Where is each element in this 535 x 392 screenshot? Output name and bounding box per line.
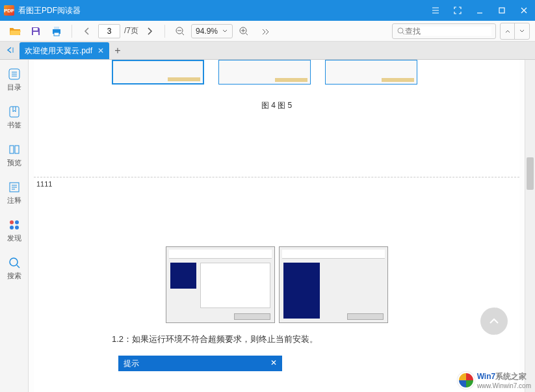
svg-point-15 bbox=[15, 220, 19, 224]
search-box[interactable] bbox=[392, 23, 496, 39]
search-icon bbox=[397, 27, 405, 36]
note-icon bbox=[8, 181, 21, 194]
zoom-in-button[interactable] bbox=[234, 22, 254, 40]
tab-bar: 欢迎使用天翼云.pdf ✕ + bbox=[0, 42, 535, 60]
page-input[interactable] bbox=[98, 24, 120, 38]
zoom-out-button[interactable] bbox=[170, 22, 190, 40]
more-tools-button[interactable] bbox=[255, 22, 274, 40]
windows-logo-icon bbox=[458, 372, 475, 389]
sidebar-item-toc[interactable]: 目录 bbox=[0, 65, 28, 95]
save-button[interactable] bbox=[26, 22, 46, 40]
document-viewport[interactable]: 图 4 图 5 1111 1.2：如果运行环境不符合超频要求，则终止当前安装。 … bbox=[29, 60, 525, 392]
svg-point-18 bbox=[10, 258, 18, 266]
search-input[interactable] bbox=[405, 27, 491, 36]
tab-close-icon[interactable]: ✕ bbox=[98, 46, 104, 55]
bookmark-icon bbox=[8, 105, 21, 118]
vertical-scrollbar[interactable] bbox=[525, 60, 535, 392]
doc-figure bbox=[112, 60, 204, 85]
open-file-button[interactable] bbox=[5, 22, 25, 40]
doc-figure bbox=[279, 246, 388, 323]
magnify-icon bbox=[8, 256, 21, 269]
figure-caption: 图 4 图 5 bbox=[34, 100, 519, 111]
svg-rect-10 bbox=[10, 107, 19, 117]
sidebar-item-label: 发现 bbox=[7, 233, 21, 243]
title-bar: PDF 看图王PDF阅读器 bbox=[0, 0, 535, 21]
svg-rect-2 bbox=[33, 32, 38, 35]
minimize-button[interactable] bbox=[469, 0, 491, 21]
doc-text: 1.2：如果运行环境不符合超频要求，则终止当前安装。 bbox=[112, 333, 519, 345]
svg-rect-4 bbox=[54, 27, 59, 29]
prev-page-button[interactable] bbox=[77, 22, 97, 40]
sidebar-item-label: 书签 bbox=[7, 120, 21, 130]
sidebar-item-label: 注释 bbox=[7, 196, 21, 205]
document-tab[interactable]: 欢迎使用天翼云.pdf ✕ bbox=[20, 42, 109, 59]
sidebar: 目录 书签 预览 注释 发现 搜索 bbox=[0, 60, 29, 392]
svg-point-17 bbox=[15, 226, 19, 229]
sidebar-item-discover[interactable]: 发现 bbox=[0, 216, 28, 246]
sidebar-item-bookmarks[interactable]: 书签 bbox=[0, 103, 28, 133]
doc-figure bbox=[166, 246, 275, 323]
search-prev-button[interactable] bbox=[501, 23, 515, 39]
zoom-dropdown[interactable]: 94.9% bbox=[191, 24, 233, 38]
fullscreen-button[interactable] bbox=[447, 0, 469, 21]
page-marker: 1111 bbox=[36, 180, 52, 188]
dialog-title: 提示 bbox=[124, 358, 139, 369]
app-logo-icon: PDF bbox=[4, 5, 14, 16]
sidebar-item-preview[interactable]: 预览 bbox=[0, 140, 28, 170]
search-next-button[interactable] bbox=[515, 23, 529, 39]
next-page-button[interactable] bbox=[140, 22, 159, 40]
sidebar-item-label: 预览 bbox=[7, 158, 21, 168]
watermark: Win7系统之家 www.Winwin7.com bbox=[458, 371, 531, 389]
zoom-value: 94.9% bbox=[196, 27, 218, 36]
toolbar: /7页 94.9% bbox=[0, 21, 535, 42]
list-icon bbox=[8, 68, 21, 81]
scroll-to-top-button[interactable] bbox=[480, 307, 508, 335]
page-total: /7页 bbox=[124, 25, 138, 36]
pages-icon bbox=[8, 143, 21, 156]
doc-figure bbox=[325, 60, 417, 85]
sidebar-item-annotations[interactable]: 注释 bbox=[0, 178, 28, 208]
svg-rect-11 bbox=[10, 146, 14, 153]
scrollbar-thumb[interactable] bbox=[527, 157, 534, 190]
sidebar-item-label: 搜索 bbox=[7, 271, 21, 281]
svg-point-8 bbox=[398, 28, 403, 33]
sidebar-item-search[interactable]: 搜索 bbox=[0, 254, 28, 283]
svg-point-14 bbox=[10, 220, 14, 224]
svg-rect-5 bbox=[54, 33, 59, 36]
svg-rect-1 bbox=[33, 28, 38, 31]
tab-label: 欢迎使用天翼云.pdf bbox=[25, 46, 92, 57]
close-button[interactable] bbox=[513, 0, 535, 21]
svg-rect-12 bbox=[15, 146, 19, 153]
apps-icon bbox=[8, 218, 21, 231]
dialog-close-icon: ✕ bbox=[268, 357, 280, 369]
watermark-url: www.Winwin7.com bbox=[477, 382, 531, 389]
tab-back-button[interactable] bbox=[0, 41, 20, 59]
new-tab-button[interactable]: + bbox=[109, 42, 126, 59]
app-title: 看图王PDF阅读器 bbox=[18, 5, 424, 16]
sidebar-item-label: 目录 bbox=[7, 83, 21, 92]
doc-figure bbox=[218, 60, 311, 85]
print-button[interactable] bbox=[47, 22, 66, 40]
svg-point-16 bbox=[10, 226, 14, 229]
maximize-button[interactable] bbox=[491, 0, 513, 21]
doc-dialog-titlebar: 提示 ✕ bbox=[118, 356, 282, 371]
menu-button[interactable] bbox=[424, 0, 447, 21]
svg-rect-0 bbox=[499, 8, 504, 13]
